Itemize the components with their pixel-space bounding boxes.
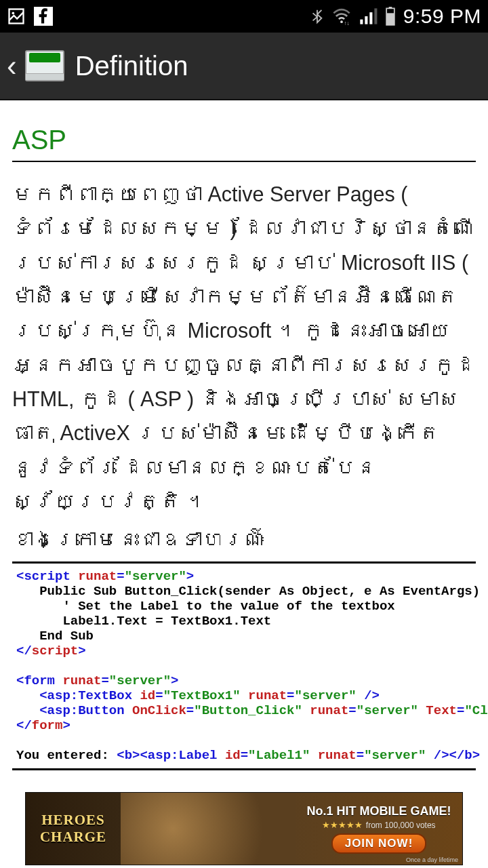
term-heading: ASP <box>12 125 476 155</box>
svg-text:↑↓: ↑↓ <box>344 20 349 26</box>
svg-rect-6 <box>365 16 367 24</box>
ad-artwork <box>121 793 296 865</box>
bluetooth-icon <box>310 7 325 26</box>
ad-stars-icon: ★★★★★ <box>322 820 363 830</box>
ad-banner[interactable]: HEROES CHARGE No.1 HIT MOBILE GAME! ★★★★… <box>25 792 463 865</box>
definition-khmer: មកពីពាក្យពេញថា Active Server Pages ( ទំព… <box>12 177 476 518</box>
back-button[interactable]: ‹ <box>7 49 21 83</box>
page-title: Definition <box>75 51 188 81</box>
svg-rect-11 <box>386 13 394 25</box>
app-icon[interactable] <box>25 50 64 81</box>
svg-point-3 <box>340 20 343 23</box>
code-block: <script runat="server"> Public Sub Butto… <box>12 564 476 768</box>
status-bar: ↑↓ 9:59 PM <box>0 0 488 33</box>
content-area[interactable]: ASP មកពីពាក្យពេញថា Active Server Pages (… <box>0 100 488 792</box>
svg-point-1 <box>12 12 14 14</box>
definition-english: ( Active Server Pages ) A scripting envi… <box>12 784 476 792</box>
svg-rect-5 <box>360 20 363 24</box>
example-intro: ខាងក្រោមនេះជាឧទាហរណ៍ៈ <box>12 522 476 556</box>
title-divider <box>12 161 476 162</box>
wifi-icon: ↑↓ <box>331 7 352 26</box>
battery-icon <box>384 7 396 26</box>
code-example: <script runat="server"> Public Sub Butto… <box>12 561 476 770</box>
code-divider-bottom <box>12 768 476 770</box>
facebook-icon <box>34 7 53 26</box>
ad-subtext: from 100,000 votes <box>366 821 436 830</box>
ad-logo: HEROES CHARGE <box>26 793 121 865</box>
svg-rect-0 <box>9 9 24 24</box>
ad-tagline: No.1 HIT MOBILE GAME! <box>307 804 451 818</box>
app-bar: ‹ Definition <box>0 33 488 100</box>
clock-text: 9:59 PM <box>403 5 481 28</box>
svg-rect-7 <box>369 12 372 24</box>
ad-cta-button[interactable]: JOIN NOW! <box>331 833 427 854</box>
ad-disclaimer: Once a day lifetime <box>406 856 458 863</box>
signal-icon <box>359 7 378 26</box>
image-icon <box>7 7 26 26</box>
svg-rect-8 <box>374 8 377 24</box>
